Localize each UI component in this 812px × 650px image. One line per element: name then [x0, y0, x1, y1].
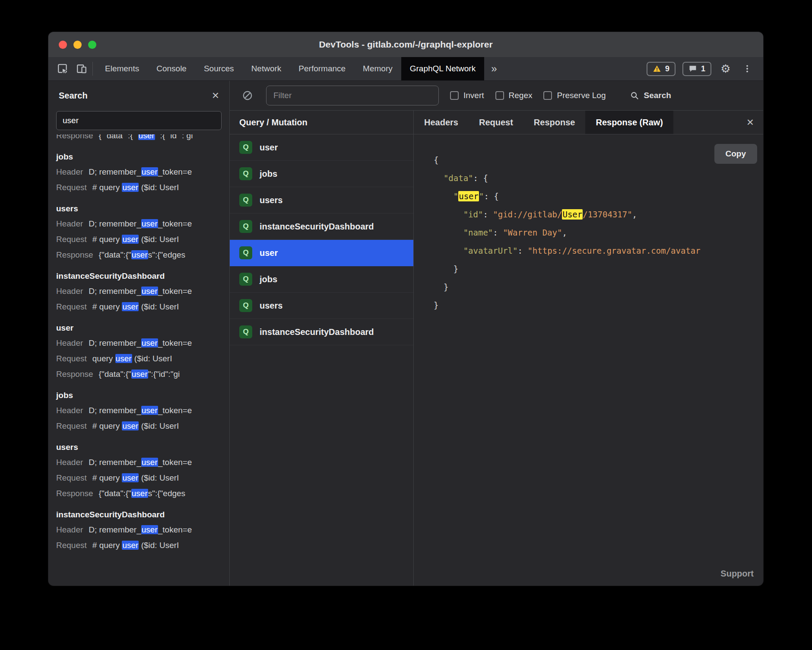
query-list-item[interactable]: QinstanceSecurityDashboard [230, 213, 413, 240]
devtools-tab-performance[interactable]: Performance [290, 57, 354, 80]
devtools-tab-elements[interactable]: Elements [96, 57, 148, 80]
support-link[interactable]: Support [720, 569, 754, 579]
inspect-element-icon[interactable] [55, 61, 70, 76]
search-result-line[interactable]: Request# query user ($id: UserI [56, 470, 222, 486]
match-suffix: s":{"edges [148, 489, 185, 498]
query-list-item[interactable]: Qusers [230, 187, 413, 213]
match-prefix: # query [92, 541, 122, 550]
settings-gear-icon[interactable]: ⚙ [718, 61, 733, 76]
window-minimize-button[interactable] [73, 41, 82, 49]
json-token [434, 246, 463, 255]
search-result-group: instanceSecurityDashboardHeaderD; rememb… [56, 510, 222, 553]
devtools-tab-console[interactable]: Console [148, 57, 195, 80]
query-list-item[interactable]: Qjobs [230, 161, 413, 187]
json-match-highlight: User [562, 209, 583, 220]
response-tab-response[interactable]: Response [523, 111, 586, 134]
regex-label: Regex [509, 91, 533, 100]
search-result-line-text: # query user ($id: UserI [92, 232, 179, 247]
json-token: " [454, 191, 458, 201]
search-result-line[interactable]: Request# query user ($id: UserI [56, 299, 222, 315]
device-toolbar-icon[interactable] [74, 61, 89, 76]
match-suffix: ($id: UserI [132, 354, 172, 363]
query-list-item[interactable]: Quser [230, 240, 413, 266]
search-result-line[interactable]: Response{"data":{"users":{"edges [56, 486, 222, 501]
match-suffix: s":{"edges [148, 250, 185, 259]
devtools-tab-graphql-network[interactable]: GraphQL Network [401, 57, 484, 80]
query-list-item[interactable]: Qusers [230, 293, 413, 319]
window-title: DevTools - gitlab.com/-/graphql-explorer [319, 39, 492, 50]
search-toggle-button[interactable]: Search [630, 91, 671, 100]
search-match-highlight: user [122, 541, 139, 550]
query-type-badge: Q [239, 325, 252, 338]
json-token [434, 173, 444, 183]
json-token: "https://secure.gravatar.com/avatar [527, 246, 700, 255]
json-line: "name": "Warren Day", [434, 223, 763, 242]
devtools-tab-network[interactable]: Network [243, 57, 290, 80]
match-suffix: _token=e [158, 458, 192, 467]
search-result-line[interactable]: HeaderD; remember_user_token=e [56, 216, 222, 232]
match-prefix: # query [92, 302, 122, 311]
search-match-highlight: user [141, 458, 158, 467]
query-name: instanceSecurityDashboard [260, 327, 374, 337]
search-result-line-label: Request [56, 351, 87, 366]
issues-badge[interactable]: 1 [682, 62, 711, 76]
search-result-line[interactable]: Request# query user ($id: UserI [56, 180, 222, 195]
search-panel-close-icon[interactable]: × [212, 89, 219, 102]
search-result-line[interactable]: Request# query user ($id: UserI [56, 232, 222, 247]
json-token [434, 191, 454, 201]
query-list-item[interactable]: Quser [230, 134, 413, 161]
devtools-tab-memory[interactable]: Memory [354, 57, 401, 80]
search-result-line-text: {"data":{"users":{"edges [99, 486, 186, 501]
search-input-wrap [48, 110, 229, 134]
json-token: } [434, 282, 448, 292]
search-result-line[interactable]: HeaderD; remember_user_token=e [56, 284, 222, 299]
search-match-highlight: user [122, 473, 139, 482]
json-token: : [483, 210, 493, 219]
search-match-highlight: user [122, 235, 139, 244]
devtools-tab-sources[interactable]: Sources [195, 57, 243, 80]
json-line: } [434, 296, 763, 314]
filter-input[interactable] [266, 86, 439, 105]
copy-button[interactable]: Copy [714, 144, 758, 164]
search-input[interactable] [56, 111, 222, 130]
search-result-line[interactable]: HeaderD; remember_user_token=e [56, 403, 222, 418]
search-result-line[interactable]: Request# query user ($id: UserI [56, 418, 222, 434]
search-result-line[interactable]: HeaderD; remember_user_token=e [56, 164, 222, 180]
match-suffix: ($id: UserI [139, 235, 179, 244]
response-panel-close-icon[interactable]: × [737, 111, 763, 134]
search-result-line[interactable]: Response{"data":{"users":{"edges [56, 247, 222, 263]
search-match-highlight: user [131, 370, 148, 379]
more-tabs-button[interactable]: » [484, 57, 504, 80]
json-token: } [434, 264, 458, 274]
json-token: , [632, 210, 637, 219]
invert-checkbox[interactable]: Invert [450, 91, 484, 100]
kebab-menu-icon[interactable] [740, 61, 755, 76]
search-result-line[interactable]: HeaderD; remember_user_token=e [56, 522, 222, 538]
warnings-badge[interactable]: 9 [647, 62, 676, 76]
query-list-item[interactable]: QinstanceSecurityDashboard [230, 319, 413, 345]
response-tab-request[interactable]: Request [469, 111, 523, 134]
preserve-log-checkbox[interactable]: Preserve Log [543, 91, 606, 100]
search-result-line[interactable]: Response{"data":{"user":{"id":"gi [56, 366, 222, 382]
window-zoom-button[interactable] [88, 41, 96, 49]
search-result-line[interactable]: Requestquery user ($id: UserI [56, 351, 222, 366]
search-panel: Search × Response{ "data" :{ "user" :{ "… [48, 81, 230, 586]
search-match-highlight: user [138, 134, 155, 140]
response-tab-response-raw[interactable]: Response (Raw) [585, 111, 673, 134]
regex-checkbox[interactable]: Regex [495, 91, 533, 100]
search-result-group-title: users [56, 204, 222, 213]
window-close-button[interactable] [59, 41, 67, 49]
search-result-line[interactable]: HeaderD; remember_user_token=e [56, 335, 222, 351]
query-list-item[interactable]: Qjobs [230, 266, 413, 293]
search-match-highlight: user [141, 287, 158, 296]
network-region: Invert Regex Preserve Log [230, 81, 763, 586]
clear-log-icon[interactable] [240, 88, 255, 103]
match-suffix: _token=e [158, 338, 192, 347]
search-result-line[interactable]: HeaderD; remember_user_token=e [56, 455, 222, 470]
query-type-badge: Q [239, 299, 252, 312]
response-tab-headers[interactable]: Headers [414, 111, 469, 134]
search-result-group-title: instanceSecurityDashboard [56, 271, 222, 281]
search-result-line[interactable]: Response{ "data" :{ "user" :{ "id" : gi [56, 134, 222, 143]
query-name: users [260, 301, 282, 311]
search-result-line[interactable]: Request# query user ($id: UserI [56, 538, 222, 553]
